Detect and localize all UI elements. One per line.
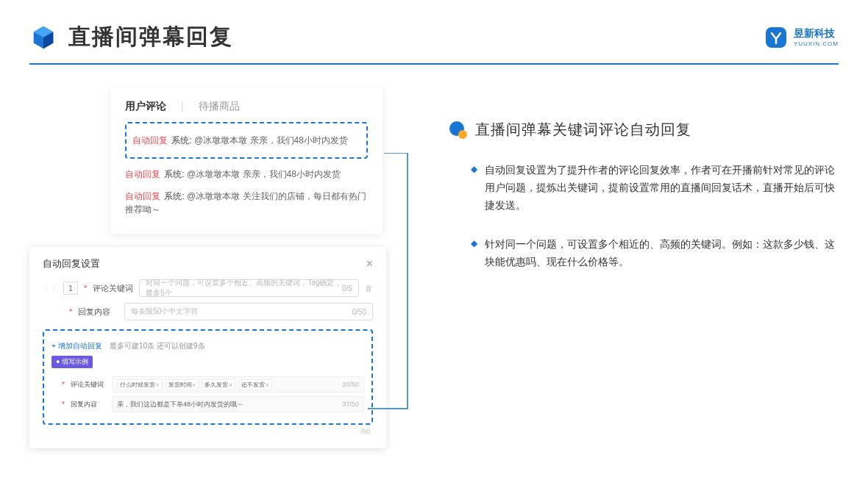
- sample-keyword-row: * 评论关键词 什么时候发货× 发货时间× 多久发货× 还不发货× 20/50: [62, 376, 364, 392]
- tab-comments[interactable]: 用户评论: [125, 100, 166, 113]
- index-box: 1: [63, 281, 78, 295]
- brand-text: 昱新科技 YUUXIN.COM: [794, 27, 839, 47]
- settings-header: 自动回复设置 ×: [43, 257, 373, 270]
- svg-point-2: [458, 130, 467, 139]
- brand-block: 昱新科技 YUUXIN.COM: [764, 26, 839, 49]
- reply-input[interactable]: 每条限50个中文字符 0/50: [124, 303, 373, 320]
- highlighted-comment: 自动回复 系统: @冰墩墩本墩 亲亲，我们48小时内发货: [125, 122, 368, 159]
- tab-products[interactable]: 待播商品: [199, 100, 240, 113]
- settings-title: 自动回复设置: [43, 257, 100, 270]
- header-left: 直播间弹幕回复: [29, 22, 233, 52]
- sample-keyword-label: 评论关键词: [71, 380, 106, 390]
- system-label: 系统:: [164, 191, 184, 201]
- drag-handle-icon[interactable]: ⋮⋮: [43, 284, 57, 293]
- form-row-keyword: ⋮⋮ 1 * 评论关键词 对同一个问题，可设置多个相近、高频的关键词，Tag确定…: [43, 279, 373, 297]
- add-hint: 最多可建10条 还可以创建9条: [110, 342, 204, 350]
- reply-label: 回复内容: [78, 306, 118, 317]
- right-column: 直播间弹幕关键词评论自动回复 ◆ 自动回复设置为了提升作者的评论回复效率，作者可…: [449, 87, 839, 293]
- brand-name: 昱新科技: [794, 27, 839, 40]
- comment-row: 自动回复 系统: @冰墩墩本墩 亲亲，我们48小时内发货: [132, 129, 360, 151]
- comment-text: @冰墩墩本墩 关注我们的店铺，每日都有热门推荐呦～: [125, 191, 366, 215]
- example-section: + 增加自动回复 最多可建10条 还可以创建9条 ● 填写示例 * 评论关键词 …: [43, 329, 373, 425]
- comment-text: @冰墩墩本墩 亲亲，我们48小时内发货: [194, 135, 348, 146]
- bullet-text: 针对同一个问题，可设置多个相近的、高频的关键词。例如：这款多少钱、这块能优惠吗、…: [485, 236, 839, 271]
- trash-icon[interactable]: 🗑: [365, 284, 373, 293]
- comment-row: 自动回复 系统: @冰墩墩本墩 关注我们的店铺，每日都有热门推荐呦～: [125, 185, 368, 220]
- sample-reply-label: 回复内容: [71, 400, 106, 409]
- chip: 还不发货×: [238, 379, 272, 390]
- main-content: 用户评论 | 待播商品 自动回复 系统: @冰墩墩本墩 亲亲，我们48小时内发货…: [0, 87, 868, 293]
- tabs: 用户评论 | 待播商品: [125, 100, 368, 113]
- system-label: 系统:: [164, 169, 184, 179]
- bottom-count: /50: [43, 428, 373, 435]
- keyword-label: 评论关键词: [93, 283, 133, 294]
- chip: 多久发货×: [202, 379, 235, 390]
- page-header: 直播间弹幕回复 昱新科技 YUUXIN.COM: [0, 0, 868, 63]
- header-divider: [29, 63, 839, 65]
- add-row: + 增加自动回复 最多可建10条 还可以创建9条: [51, 338, 364, 351]
- sample-reply-box: 亲，我们这边都是下单48小时内发货的哦～ 37/50: [112, 396, 364, 412]
- sample-keyword-box: 什么时候发货× 发货时间× 多久发货× 还不发货× 20/50: [112, 376, 364, 392]
- brand-url: YUUXIN.COM: [794, 40, 839, 47]
- system-label: 系统:: [171, 135, 191, 146]
- auto-reply-tag: 自动回复: [125, 169, 160, 179]
- required-star: *: [69, 307, 72, 316]
- cube-icon: [29, 24, 57, 51]
- section-header: 直播间弹幕关键词评论自动回复: [449, 120, 839, 140]
- placeholder-text: 每条限50个中文字符: [131, 306, 198, 317]
- chat-bubble-icon: [449, 121, 468, 140]
- example-badge: ● 填写示例: [51, 356, 93, 368]
- form-row-reply: * 回复内容 每条限50个中文字符 0/50: [43, 303, 373, 320]
- bullet-item: ◆ 自动回复设置为了提升作者的评论回复效率，作者可在开播前针对常见的评论用户问题…: [449, 162, 839, 214]
- required-star: *: [62, 401, 65, 409]
- comment-row: 自动回复 系统: @冰墩墩本墩 亲亲，我们48小时内发货: [125, 163, 368, 185]
- sample-count: 37/50: [342, 401, 359, 408]
- brand-logo-icon: [764, 26, 788, 49]
- comment-text: @冰墩墩本墩 亲亲，我们48小时内发货: [187, 169, 341, 179]
- bullet-item: ◆ 针对同一个问题，可设置多个相近的、高频的关键词。例如：这款多少钱、这块能优惠…: [449, 236, 839, 271]
- bullet-text: 自动回复设置为了提升作者的评论回复效率，作者可在开播前针对常见的评论用户问题，提…: [485, 162, 839, 214]
- left-column: 用户评论 | 待播商品 自动回复 系统: @冰墩墩本墩 亲亲，我们48小时内发货…: [29, 87, 405, 293]
- close-icon[interactable]: ×: [366, 257, 373, 270]
- sample-reply-text: 亲，我们这边都是下单48小时内发货的哦～: [117, 400, 243, 409]
- char-count: 0/5: [342, 284, 352, 293]
- comments-card: 用户评论 | 待播商品 自动回复 系统: @冰墩墩本墩 亲亲，我们48小时内发货…: [110, 87, 383, 234]
- keyword-input[interactable]: 对同一个问题，可设置多个相近、高频的关键词，Tag确定，最多5个 0/5: [139, 279, 359, 297]
- page-title: 直播间弹幕回复: [68, 22, 233, 52]
- chip: 发货时间×: [166, 379, 199, 390]
- bullet-marker-icon: ◆: [471, 236, 477, 271]
- required-star: *: [62, 381, 65, 389]
- placeholder-text: 对同一个问题，可设置多个相近、高频的关键词，Tag确定，最多5个: [146, 278, 342, 298]
- auto-reply-tag: 自动回复: [132, 135, 168, 146]
- auto-reply-tag: 自动回复: [125, 191, 160, 201]
- required-star: *: [84, 284, 87, 293]
- tab-separator: |: [181, 100, 184, 113]
- section-title: 直播间弹幕关键词评论自动回复: [475, 120, 691, 140]
- sample-reply-row: * 回复内容 亲，我们这边都是下单48小时内发货的哦～ 37/50: [62, 396, 364, 412]
- settings-card: 自动回复设置 × ⋮⋮ 1 * 评论关键词 对同一个问题，可设置多个相近、高频的…: [29, 247, 386, 448]
- char-count: 0/50: [352, 308, 366, 316]
- sample-count: 20/50: [342, 381, 359, 388]
- bullet-marker-icon: ◆: [471, 162, 477, 214]
- add-auto-reply-link[interactable]: + 增加自动回复: [51, 342, 102, 350]
- chip: 什么时候发货×: [117, 379, 163, 390]
